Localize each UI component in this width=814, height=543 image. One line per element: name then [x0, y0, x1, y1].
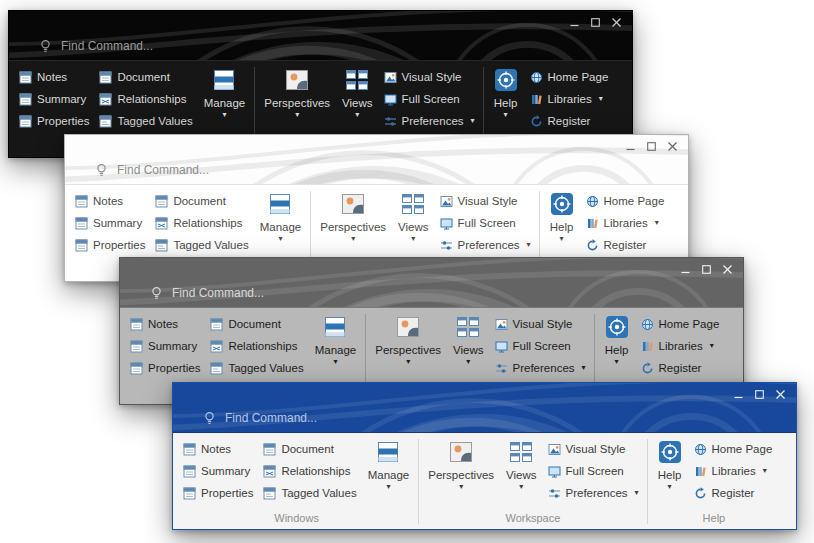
titlebar[interactable] — [65, 135, 688, 185]
document-button[interactable]: Document — [263, 438, 356, 460]
relationships-button[interactable]: Relationships — [99, 88, 192, 110]
titlebar[interactable] — [9, 11, 632, 61]
views-button[interactable]: Views ▾ — [392, 188, 434, 243]
views-dropdown-caret: ▾ — [355, 111, 359, 119]
perspectives-button[interactable]: Perspectives ▾ — [369, 311, 447, 366]
tagged-values-button[interactable]: Tagged Values — [99, 110, 192, 132]
relationships-button[interactable]: Relationships — [263, 460, 356, 482]
find-command-search[interactable] — [95, 163, 277, 177]
manage-button[interactable]: Manage ▾ — [362, 436, 416, 491]
find-command-search[interactable] — [203, 411, 385, 425]
visual-style-button[interactable]: Visual Style — [548, 438, 639, 460]
tagged-values-button[interactable]: Tagged Values — [263, 482, 356, 504]
home-page-button[interactable]: Home Page — [530, 66, 609, 88]
help-button[interactable]: Help ▾ — [543, 188, 581, 243]
maximize-button[interactable] — [750, 387, 768, 401]
views-button[interactable]: Views ▾ — [500, 436, 542, 491]
close-button[interactable] — [771, 387, 789, 401]
maximize-button[interactable] — [642, 139, 660, 153]
perspectives-button[interactable]: Perspectives ▾ — [314, 188, 392, 243]
perspectives-icon — [340, 191, 366, 217]
views-label: Views — [342, 97, 372, 109]
notes-button[interactable]: Notes — [130, 313, 200, 335]
notes-icon — [19, 71, 32, 84]
summary-button[interactable]: Summary — [19, 88, 89, 110]
help-button[interactable]: Help ▾ — [651, 436, 689, 491]
help-button[interactable]: Help ▾ — [598, 311, 636, 366]
views-button[interactable]: Views ▾ — [447, 311, 489, 366]
maximize-button[interactable] — [586, 15, 604, 29]
preferences-label: Preferences — [566, 487, 628, 499]
close-button[interactable] — [718, 262, 736, 276]
find-command-input[interactable] — [225, 411, 385, 425]
libraries-button[interactable]: Libraries ▾ — [641, 335, 720, 357]
document-button[interactable]: Document — [155, 190, 248, 212]
libraries-button[interactable]: Libraries ▾ — [586, 212, 665, 234]
minimize-button[interactable] — [729, 387, 747, 401]
perspectives-button[interactable]: Perspectives ▾ — [258, 64, 336, 119]
register-button[interactable]: Register — [586, 234, 665, 256]
summary-button[interactable]: Summary — [130, 335, 200, 357]
find-command-search[interactable] — [150, 286, 332, 300]
minimize-button[interactable] — [676, 262, 694, 276]
document-button[interactable]: Document — [99, 66, 192, 88]
relationships-button[interactable]: Relationships — [155, 212, 248, 234]
visual-style-button[interactable]: Visual Style — [495, 313, 586, 335]
properties-button[interactable]: Properties — [183, 482, 253, 504]
close-button[interactable] — [663, 139, 681, 153]
register-button[interactable]: Register — [530, 110, 609, 132]
find-command-input[interactable] — [172, 286, 332, 300]
close-button[interactable] — [607, 15, 625, 29]
minimize-button[interactable] — [621, 139, 639, 153]
notes-button[interactable]: Notes — [75, 190, 145, 212]
titlebar[interactable] — [120, 258, 743, 308]
notes-button[interactable]: Notes — [19, 66, 89, 88]
libraries-button[interactable]: Libraries ▾ — [694, 460, 773, 482]
tagged-values-button[interactable]: Tagged Values — [155, 234, 248, 256]
full-screen-button[interactable]: Full Screen — [495, 335, 586, 357]
properties-button[interactable]: Properties — [130, 357, 200, 379]
properties-button[interactable]: Properties — [75, 234, 145, 256]
document-button[interactable]: Document — [210, 313, 303, 335]
full-screen-button[interactable]: Full Screen — [384, 88, 475, 110]
home-page-button[interactable]: Home Page — [586, 190, 665, 212]
visual-style-button[interactable]: Visual Style — [384, 66, 475, 88]
home-page-button[interactable]: Home Page — [694, 438, 773, 460]
manage-button[interactable]: Manage ▾ — [309, 311, 363, 366]
manage-button[interactable]: Manage ▾ — [254, 188, 308, 243]
help-button[interactable]: Help ▾ — [487, 64, 525, 119]
relationships-icon — [155, 217, 168, 230]
relationships-button[interactable]: Relationships — [210, 335, 303, 357]
libraries-button[interactable]: Libraries ▾ — [530, 88, 609, 110]
relationships-label: Relationships — [173, 217, 242, 229]
summary-button[interactable]: Summary — [183, 460, 253, 482]
windows-column-2: Document Relationships Tag — [94, 64, 197, 132]
register-button[interactable]: Register — [694, 482, 773, 504]
preferences-button[interactable]: Preferences ▾ — [495, 357, 586, 379]
register-button[interactable]: Register — [641, 357, 720, 379]
full-screen-button[interactable]: Full Screen — [548, 460, 639, 482]
find-command-input[interactable] — [117, 163, 277, 177]
home-page-button[interactable]: Home Page — [641, 313, 720, 335]
properties-button[interactable]: Properties — [19, 110, 89, 132]
summary-button[interactable]: Summary — [75, 212, 145, 234]
titlebar[interactable] — [173, 383, 796, 433]
preferences-icon — [548, 487, 561, 500]
find-command-input[interactable] — [61, 39, 221, 53]
notes-button[interactable]: Notes — [183, 438, 253, 460]
lightbulb-icon — [39, 39, 52, 53]
minimize-button[interactable] — [565, 15, 583, 29]
views-button[interactable]: Views ▾ — [336, 64, 378, 119]
preferences-button[interactable]: Preferences ▾ — [440, 234, 531, 256]
visual-style-button[interactable]: Visual Style — [440, 190, 531, 212]
perspectives-button[interactable]: Perspectives ▾ — [422, 436, 500, 491]
tagged-values-button[interactable]: Tagged Values — [210, 357, 303, 379]
manage-icon — [267, 191, 293, 217]
find-command-search[interactable] — [39, 39, 221, 53]
preferences-button[interactable]: Preferences ▾ — [384, 110, 475, 132]
manage-button[interactable]: Manage ▾ — [198, 64, 252, 119]
maximize-button[interactable] — [697, 262, 715, 276]
perspectives-icon — [395, 314, 421, 340]
preferences-button[interactable]: Preferences ▾ — [548, 482, 639, 504]
full-screen-button[interactable]: Full Screen — [440, 212, 531, 234]
